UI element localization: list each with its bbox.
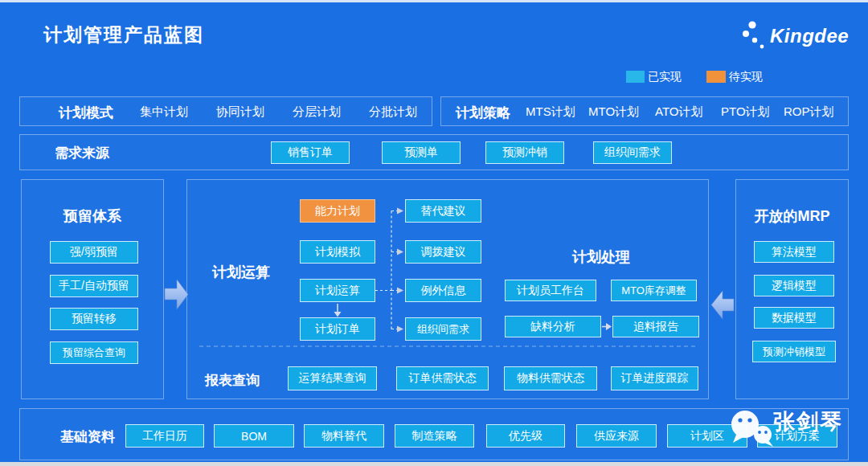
plan-strategy-item-4[interactable]: PTO计划 [721, 104, 770, 120]
plan-strategy-item-3[interactable]: ATO计划 [655, 104, 702, 120]
priority-button[interactable]: 优先级 [486, 424, 565, 448]
demand-sales-order-button[interactable]: 销售订单 [271, 141, 350, 164]
exception-info-button[interactable]: 例外信息 [405, 279, 481, 302]
kingdee-logo: Kingdee [738, 18, 850, 53]
transfer-suggestion-button[interactable]: 调拨建议 [405, 240, 481, 264]
open-mrp-title: 开放的MRP [735, 206, 849, 226]
legend-implemented-label: 已实现 [648, 70, 682, 84]
demand-forecast-button[interactable]: 预测单 [382, 141, 461, 164]
kingdee-logo-text: Kingdee [770, 25, 849, 47]
plan-mode-item-4[interactable]: 分批计划 [369, 104, 417, 120]
bom-button[interactable]: BOM [214, 424, 294, 448]
demand-forecast-offset-button[interactable]: 预测冲销 [485, 141, 564, 164]
report-title: 报表查询 [205, 371, 260, 390]
legend-pending-label: 待实现 [729, 70, 763, 84]
mto-inventory-adjust-button[interactable]: MTO库存调整 [611, 280, 697, 301]
reservation-transfer-button[interactable]: 预留转移 [50, 308, 138, 330]
plan-strategy-item-2[interactable]: MTO计划 [588, 104, 639, 120]
page-title: 计划管理产品蓝图 [43, 22, 204, 47]
plan-mode-item-2[interactable]: 协同计划 [216, 104, 264, 120]
planning-area-button[interactable]: 计划区 [667, 424, 747, 448]
demand-interorg-button[interactable]: 组织间需求 [593, 141, 672, 164]
capacity-plan-button[interactable]: 能力计划 [300, 199, 375, 223]
forecast-offset-model-button[interactable]: 预测冲销模型 [752, 341, 836, 362]
flow-arrow-left-icon [711, 291, 734, 319]
plan-strategy-item-5[interactable]: ROP计划 [784, 104, 834, 120]
plan-mode-title: 计划模式 [59, 104, 113, 122]
expedite-report-button[interactable]: 追料报告 [612, 316, 699, 337]
plan-order-button[interactable]: 计划订单 [300, 317, 375, 341]
flow-arrow-right-icon [165, 280, 188, 309]
interorg-demand-button[interactable]: 组织间需求 [405, 317, 481, 341]
plan-mode-item-3[interactable]: 分层计划 [293, 104, 341, 120]
reservation-strong-weak-button[interactable]: 强/弱预留 [50, 241, 138, 264]
legend-implemented-swatch [626, 71, 645, 83]
material-substitute-button[interactable]: 物料替代 [304, 424, 384, 448]
report-order-progress-button[interactable]: 订单进度跟踪 [611, 366, 698, 390]
report-calc-result-button[interactable]: 运算结果查询 [288, 366, 377, 390]
data-model-button[interactable]: 数据模型 [754, 307, 834, 329]
report-material-supply-demand-button[interactable]: 物料供需状态 [504, 366, 597, 390]
algorithm-model-button[interactable]: 算法模型 [754, 241, 834, 263]
report-order-supply-demand-button[interactable]: 订单供需状态 [396, 366, 489, 390]
reservation-title: 预留体系 [21, 206, 164, 226]
supply-source-button[interactable]: 供应来源 [576, 424, 657, 448]
base-data-title: 基础资料 [60, 427, 115, 446]
blueprint-slide: 计划管理产品蓝图 Kingdee 已实现 待实现 计划模式 集中计划 协同计划 … [0, 0, 868, 466]
logic-model-button[interactable]: 逻辑模型 [754, 275, 834, 296]
slide-bottom-edge [0, 462, 868, 466]
demand-source-title: 需求来源 [55, 144, 109, 162]
planner-workbench-button[interactable]: 计划员工作台 [505, 280, 596, 301]
plan-calculation-button[interactable]: 计划运算 [300, 279, 375, 302]
watermark-author: 张剑琴 [773, 407, 843, 436]
manufacturing-strategy-button[interactable]: 制造策略 [395, 424, 474, 448]
plan-mode-item-1[interactable]: 集中计划 [140, 104, 188, 120]
plan-process-title: 计划处理 [537, 247, 665, 267]
legend-pending-swatch [706, 71, 726, 83]
reservation-query-button[interactable]: 预留综合查询 [50, 341, 138, 364]
shortage-analysis-button[interactable]: 缺料分析 [505, 316, 601, 337]
slide-top-edge [0, 0, 868, 2]
plan-strategy-item-1[interactable]: MTS计划 [526, 104, 575, 120]
plan-strategy-title: 计划策略 [456, 104, 510, 122]
plan-simulation-button[interactable]: 计划模拟 [300, 240, 375, 264]
reservation-manual-auto-button[interactable]: 手工/自动预留 [50, 275, 138, 297]
plan-compute-title: 计划运算 [203, 263, 280, 282]
substitute-suggestion-button[interactable]: 替代建议 [405, 199, 481, 223]
work-calendar-button[interactable]: 工作日历 [125, 424, 204, 448]
